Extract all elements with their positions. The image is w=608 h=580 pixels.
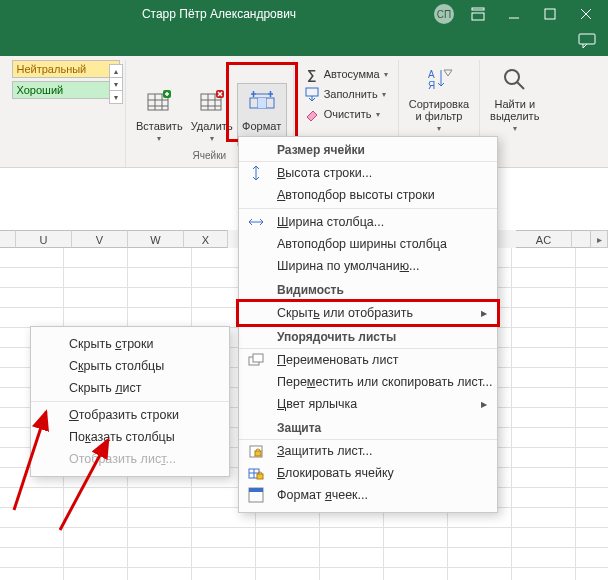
- style-neutral[interactable]: Нейтральный: [12, 60, 120, 78]
- submenu-hide-rows[interactable]: Скрыть строки: [31, 333, 229, 355]
- menu-rename-sheet[interactable]: Переименовать лист: [239, 349, 497, 371]
- svg-rect-1: [472, 13, 484, 20]
- menu-section-cell-size: Размер ячейки: [239, 137, 497, 162]
- col-width-icon: [247, 213, 265, 231]
- maximize-button[interactable]: [532, 0, 568, 28]
- menu-section-protection: Защита: [239, 415, 497, 440]
- svg-line-32: [517, 82, 524, 89]
- column-header[interactable]: U: [16, 230, 72, 248]
- format-cells-icon: [246, 86, 278, 118]
- document-title: Старр Пётр Александрович: [4, 7, 434, 21]
- svg-rect-40: [257, 474, 263, 479]
- chevron-down-icon: ▾: [157, 134, 161, 143]
- eraser-icon: [304, 106, 320, 122]
- column-header[interactable]: V: [72, 230, 128, 248]
- menu-hide-unhide[interactable]: Скрыть или отобразить: [236, 299, 500, 327]
- menu-default-width[interactable]: Ширина по умолчанию...: [239, 255, 497, 277]
- svg-text:А: А: [428, 69, 435, 80]
- styles-expand[interactable]: ▴▾▾: [109, 64, 123, 103]
- column-header[interactable]: AC: [516, 230, 572, 248]
- autosum-button[interactable]: ∑ Автосумма ▾: [300, 64, 392, 84]
- protect-sheet-icon: [247, 442, 265, 460]
- menu-autofit-row[interactable]: Автоподбор высоты строки: [239, 184, 497, 206]
- fill-button[interactable]: Заполнить ▾: [300, 84, 392, 104]
- submenu-unhide-rows[interactable]: Отобразить строки: [31, 404, 229, 426]
- find-select-button[interactable]: Найти и выделить ▾: [486, 62, 543, 135]
- sort-filter-icon: А Я: [423, 64, 455, 96]
- menu-row-height[interactable]: Высота строки...: [239, 162, 497, 184]
- insert-button[interactable]: Вставить ▾: [132, 84, 187, 145]
- svg-rect-3: [545, 9, 555, 19]
- fill-down-icon: [304, 86, 320, 102]
- delete-cells-icon: [196, 86, 228, 118]
- format-cells-dialog-icon: [247, 486, 265, 504]
- insert-cells-icon: [143, 86, 175, 118]
- chevron-down-icon: ▾: [210, 134, 214, 143]
- menu-move-copy-sheet[interactable]: Переместить или скопировать лист...: [239, 371, 497, 393]
- rename-sheet-icon: [247, 351, 265, 369]
- format-dropdown-menu: Размер ячейки Высота строки... Автоподбо…: [238, 136, 498, 513]
- menu-protect-sheet[interactable]: Защитить лист...: [239, 440, 497, 462]
- delete-button[interactable]: Удалить ▾: [187, 84, 237, 145]
- minimize-button[interactable]: [496, 0, 532, 28]
- chevron-down-icon: ▾: [382, 90, 386, 99]
- svg-point-31: [505, 70, 519, 84]
- hide-unhide-submenu: Скрыть строки Скрыть столбцы Скрыть лист…: [30, 326, 230, 477]
- chevron-down-icon: ▾: [384, 70, 388, 79]
- chevron-down-icon: ▾: [513, 124, 517, 133]
- submenu-unhide-sheet: Отобразить лист...: [31, 448, 229, 470]
- scroll-right-button[interactable]: ▸: [590, 230, 608, 248]
- user-avatar[interactable]: СП: [434, 4, 454, 24]
- submenu-hide-sheet[interactable]: Скрыть лист: [31, 377, 229, 399]
- svg-text:Я: Я: [428, 80, 435, 91]
- comments-icon[interactable]: [578, 33, 596, 52]
- menu-format-cells[interactable]: Формат ячеек...: [239, 484, 497, 506]
- menu-lock-cell[interactable]: Блокировать ячейку: [239, 462, 497, 484]
- menu-autofit-col[interactable]: Автоподбор ширины столбца: [239, 233, 497, 255]
- svg-rect-26: [258, 98, 266, 108]
- title-bar: Старр Пётр Александрович СП: [0, 0, 608, 28]
- submenu-hide-cols[interactable]: Скрыть столбцы: [31, 355, 229, 377]
- menu-tab-color[interactable]: Цвет ярлычка: [239, 393, 497, 415]
- chevron-down-icon: ▾: [437, 124, 441, 133]
- ribbon-options-button[interactable]: [460, 0, 496, 28]
- row-height-icon: [247, 164, 265, 182]
- lock-cell-icon: [247, 464, 265, 482]
- find-icon: [499, 64, 531, 96]
- menu-col-width[interactable]: Ширина столбца...: [239, 211, 497, 233]
- style-good[interactable]: Хороший: [12, 81, 120, 99]
- styles-group: Нейтральный Хороший ▴▾▾: [6, 60, 126, 167]
- svg-rect-34: [253, 354, 263, 362]
- svg-rect-42: [249, 488, 263, 492]
- column-header[interactable]: W: [128, 230, 184, 248]
- sort-filter-button[interactable]: А Я Сортировка и фильтр ▾: [405, 62, 473, 135]
- svg-rect-0: [472, 8, 484, 10]
- menu-section-organize: Упорядочить листы: [239, 324, 497, 349]
- sigma-icon: ∑: [304, 66, 320, 82]
- submenu-unhide-cols[interactable]: Показать столбцы: [31, 426, 229, 448]
- close-button[interactable]: [568, 0, 604, 28]
- svg-rect-36: [255, 451, 261, 456]
- column-header[interactable]: X: [184, 230, 228, 248]
- comment-bar: [0, 28, 608, 56]
- clear-button[interactable]: Очистить ▾: [300, 104, 392, 124]
- chevron-down-icon: ▾: [376, 110, 380, 119]
- svg-rect-6: [579, 34, 595, 44]
- svg-rect-28: [306, 88, 318, 96]
